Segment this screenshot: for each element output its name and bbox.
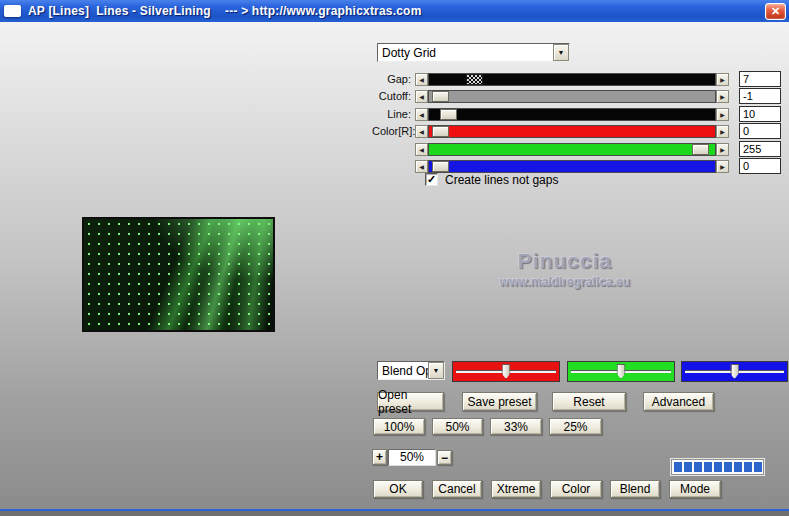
progress-segment xyxy=(754,462,762,472)
slider-right-arrow-icon[interactable]: ▶ xyxy=(716,160,729,173)
slider-label: Color[R]: xyxy=(372,125,415,137)
titlebar[interactable]: AP [Lines] Lines - SilverLining --- > ht… xyxy=(0,0,789,22)
chevron-down-icon[interactable]: ▼ xyxy=(428,362,444,379)
zoom-out-button[interactable]: − xyxy=(437,450,452,465)
progress-segment xyxy=(694,462,702,472)
ok-button[interactable]: OK xyxy=(373,480,423,498)
cancel-button[interactable]: Cancel xyxy=(432,480,482,498)
advanced-button[interactable]: Advanced xyxy=(643,392,714,411)
slider-row-line: Line: ◀ ▶ 10 xyxy=(372,106,781,122)
progress-segment xyxy=(744,462,752,472)
red-channel-slider[interactable] xyxy=(452,361,560,382)
slider-row-color-blue: ◀ ▶ 0 xyxy=(372,158,781,174)
slider-thumb[interactable] xyxy=(432,126,449,137)
zoom-50-button[interactable]: 50% xyxy=(432,418,483,435)
slider-label: Line: xyxy=(372,108,415,120)
slider-track[interactable] xyxy=(428,90,716,103)
slider-thumb[interactable] xyxy=(432,91,449,102)
preset-dropdown[interactable]: Dotty Grid ▼ xyxy=(377,43,570,62)
slider-value-input[interactable]: -1 xyxy=(739,88,781,104)
slider-track[interactable] xyxy=(428,73,716,86)
slider-left-arrow-icon[interactable]: ◀ xyxy=(415,108,428,121)
zoom-level-field[interactable]: 50% xyxy=(388,449,436,466)
color-button[interactable]: Color xyxy=(550,480,602,498)
zoom-in-button[interactable]: + xyxy=(372,449,387,465)
progress-segment xyxy=(704,462,712,472)
progress-segment xyxy=(734,462,742,472)
plugin-dialog-window: AP [Lines] Lines - SilverLining --- > ht… xyxy=(0,0,789,516)
xtreme-button[interactable]: Xtreme xyxy=(491,480,541,498)
progress-segment xyxy=(714,462,722,472)
slider-value-input[interactable]: 7 xyxy=(739,71,781,87)
slider-row-gap: Gap: ◀ ▶ 7 xyxy=(372,71,781,87)
red-channel-slider-thumb[interactable] xyxy=(502,364,511,379)
green-channel-slider-thumb[interactable] xyxy=(617,364,626,379)
filter-preview-image[interactable] xyxy=(82,217,275,332)
progress-bar xyxy=(671,459,764,475)
blend-options-dropdown[interactable]: Blend Opti ▼ xyxy=(377,361,445,380)
preset-dropdown-value: Dotty Grid xyxy=(378,46,553,60)
reset-button[interactable]: Reset xyxy=(552,392,626,411)
blue-channel-slider[interactable] xyxy=(681,361,788,382)
zoom-25-button[interactable]: 25% xyxy=(549,418,602,435)
slider-right-arrow-icon[interactable]: ▶ xyxy=(716,125,729,138)
slider-track[interactable] xyxy=(428,143,716,156)
slider-left-arrow-icon[interactable]: ◀ xyxy=(415,73,428,86)
slider-value-input[interactable]: 10 xyxy=(739,106,781,122)
blend-options-dropdown-value: Blend Opti xyxy=(378,364,428,378)
slider-thumb[interactable] xyxy=(692,144,709,155)
progress-segment xyxy=(674,462,682,472)
blend-button[interactable]: Blend xyxy=(610,480,660,498)
mode-button[interactable]: Mode xyxy=(669,480,721,498)
create-lines-checkbox-label: Create lines not gaps xyxy=(445,173,558,187)
blue-channel-slider-thumb[interactable] xyxy=(730,364,739,379)
slider-value-input[interactable]: 255 xyxy=(739,141,781,157)
zoom-100-button[interactable]: 100% xyxy=(373,418,425,435)
slider-left-arrow-icon[interactable]: ◀ xyxy=(415,125,428,138)
green-channel-slider[interactable] xyxy=(567,361,675,382)
app-icon xyxy=(4,5,21,17)
slider-left-arrow-icon[interactable]: ◀ xyxy=(415,160,428,173)
create-lines-checkbox[interactable]: ✓ xyxy=(425,173,438,186)
slider-right-arrow-icon[interactable]: ▶ xyxy=(716,73,729,86)
slider-thumb[interactable] xyxy=(440,109,457,120)
slider-row-cutoff: Cutoff: ◀ ▶ -1 xyxy=(372,88,781,104)
slider-track[interactable] xyxy=(428,125,716,138)
slider-right-arrow-icon[interactable]: ▶ xyxy=(716,108,729,121)
progress-segment xyxy=(684,462,692,472)
progress-segment xyxy=(724,462,732,472)
slider-thumb[interactable] xyxy=(432,161,449,172)
slider-left-arrow-icon[interactable]: ◀ xyxy=(415,143,428,156)
slider-track[interactable] xyxy=(428,108,716,121)
slider-track[interactable] xyxy=(428,160,716,173)
window-title: AP [Lines] Lines - SilverLining --- > ht… xyxy=(28,4,422,18)
check-icon: ✓ xyxy=(427,173,436,185)
slider-thumb[interactable] xyxy=(466,74,483,85)
open-preset-button[interactable]: Open preset xyxy=(377,392,444,411)
slider-right-arrow-icon[interactable]: ▶ xyxy=(716,90,729,103)
zoom-33-button[interactable]: 33% xyxy=(490,418,542,435)
slider-label: Gap: xyxy=(372,73,415,85)
watermark-name: Pinuccia xyxy=(440,249,690,273)
slider-row-color-red: Color[R]: ◀ ▶ 0 xyxy=(372,123,781,139)
slider-value-input[interactable]: 0 xyxy=(739,123,781,139)
window-bottom-edge xyxy=(0,511,789,516)
slider-value-input[interactable]: 0 xyxy=(739,158,781,174)
slider-label: Cutoff: xyxy=(372,90,415,102)
save-preset-button[interactable]: Save preset xyxy=(462,392,537,411)
chevron-down-icon[interactable]: ▼ xyxy=(553,44,569,61)
close-button[interactable]: ✕ xyxy=(765,3,786,20)
close-icon: ✕ xyxy=(771,5,780,17)
watermark-url: www.maidiregrafica.eu xyxy=(440,275,690,289)
slider-left-arrow-icon[interactable]: ◀ xyxy=(415,90,428,103)
slider-right-arrow-icon[interactable]: ▶ xyxy=(716,143,729,156)
slider-row-color-green: ◀ ▶ 255 xyxy=(372,141,781,157)
